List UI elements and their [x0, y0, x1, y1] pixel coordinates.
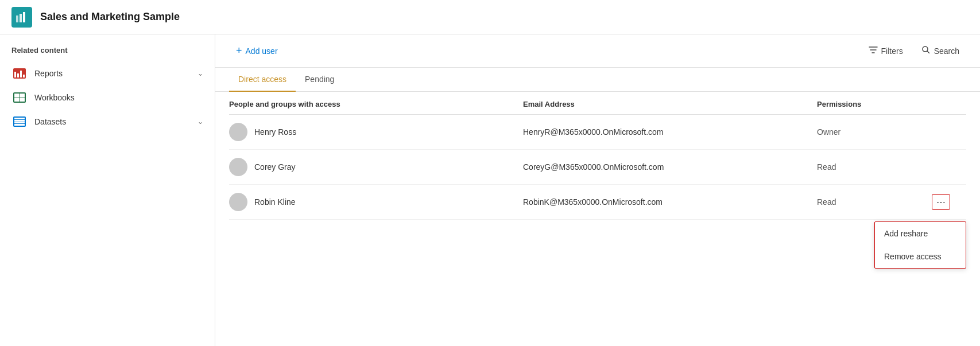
email-cell: HenryR@M365x0000.OnMicrosoft.com: [523, 127, 817, 137]
table-row: Robin Kline RobinK@M365x0000.OnMicrosoft…: [229, 185, 966, 220]
table-header: People and groups with access Email Addr…: [229, 92, 966, 115]
dropdown-menu: Add reshare Remove access: [874, 221, 966, 269]
email-cell: RobinK@M365x0000.OnMicrosoft.com: [523, 197, 817, 207]
avatar: [229, 158, 247, 176]
sidebar-item-workbooks-label: Workbooks: [34, 93, 203, 102]
reports-icon: [11, 67, 28, 80]
col-people: People and groups with access: [229, 100, 523, 108]
sidebar-item-reports-label: Reports: [34, 69, 197, 78]
access-table: People and groups with access Email Addr…: [215, 92, 980, 346]
app-header: Sales and Marketing Sample: [0, 0, 980, 34]
add-user-button[interactable]: + Add user: [229, 41, 285, 60]
sidebar-item-reports[interactable]: Reports ⌄: [0, 61, 215, 85]
sidebar-item-workbooks[interactable]: Workbooks: [0, 85, 215, 110]
row-actions: ⋯: [932, 159, 966, 175]
permission-cell: Read: [817, 197, 932, 207]
person-cell: Robin Kline: [229, 193, 523, 211]
app-logo: [11, 7, 32, 28]
person-name: Henry Ross: [254, 127, 296, 137]
plus-icon: +: [236, 45, 242, 57]
person-cell: Henry Ross: [229, 123, 523, 141]
sidebar-item-datasets[interactable]: Datasets ⌄: [0, 110, 215, 134]
col-actions: [932, 100, 966, 108]
main-content: + Add user Filters Sea: [215, 34, 980, 346]
sidebar-item-datasets-label: Datasets: [34, 117, 197, 126]
svg-rect-0: [16, 15, 18, 22]
col-email: Email Address: [523, 100, 817, 108]
permission-cell: Read: [817, 162, 932, 172]
sidebar: Related content Reports ⌄: [0, 34, 215, 346]
datasets-icon: [11, 115, 28, 128]
reports-chevron-icon: ⌄: [197, 69, 203, 77]
search-button[interactable]: Search: [915, 42, 966, 60]
tabs: Direct access Pending: [215, 68, 980, 92]
tab-direct-access[interactable]: Direct access: [229, 68, 296, 92]
search-icon: [921, 45, 931, 56]
avatar: [229, 123, 247, 141]
filters-label: Filters: [881, 46, 903, 56]
toolbar: + Add user Filters Sea: [215, 34, 980, 68]
search-label: Search: [934, 46, 959, 56]
filter-icon: [869, 45, 878, 56]
workbooks-icon: [11, 91, 28, 104]
person-name: Corey Gray: [254, 162, 296, 172]
email-cell: CoreyG@M365x0000.OnMicrosoft.com: [523, 162, 817, 172]
more-options-button-active[interactable]: ⋯: [932, 194, 950, 210]
person-cell: Corey Gray: [229, 158, 523, 176]
add-reshare-item[interactable]: Add reshare: [875, 222, 966, 245]
avatar: [229, 193, 247, 211]
datasets-chevron-icon: ⌄: [197, 118, 203, 126]
filters-button[interactable]: Filters: [862, 42, 910, 60]
permission-cell: Owner: [817, 127, 932, 137]
table-row: Henry Ross HenryR@M365x0000.OnMicrosoft.…: [229, 115, 966, 150]
tab-pending[interactable]: Pending: [296, 68, 343, 92]
main-layout: Related content Reports ⌄: [0, 34, 980, 346]
svg-rect-1: [20, 14, 22, 22]
add-user-label: Add user: [246, 46, 278, 56]
svg-rect-2: [23, 12, 25, 22]
row-actions: ⋯ Add reshare Remove access: [932, 194, 966, 210]
col-permissions: Permissions: [817, 100, 932, 108]
sidebar-section-title: Related content: [0, 44, 215, 61]
table-row: Corey Gray CoreyG@M365x0000.OnMicrosoft.…: [229, 150, 966, 185]
person-name: Robin Kline: [254, 197, 296, 207]
remove-access-item[interactable]: Remove access: [875, 245, 966, 268]
page-title: Sales and Marketing Sample: [40, 11, 180, 23]
